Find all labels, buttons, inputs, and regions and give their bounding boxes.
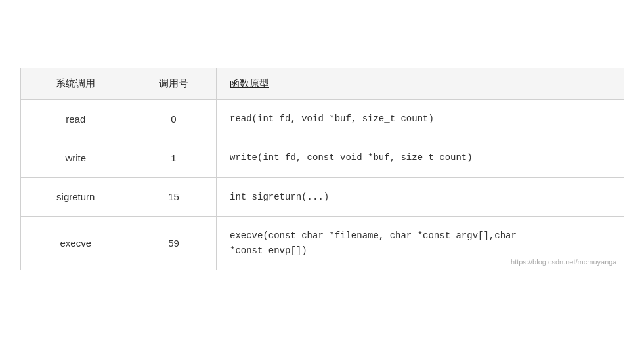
- syscall-table-container: 系统调用 调用号 函数原型 read 0 read(int fd, vo: [20, 68, 624, 270]
- syscall-name-execve: execve: [21, 217, 131, 270]
- table-row: read 0 read(int fd, void *buf, size_t co…: [21, 100, 624, 138]
- syscall-number-write: 1: [131, 138, 217, 177]
- table-row: write 1 write(int fd, const void *buf, s…: [21, 138, 624, 177]
- syscall-prototype-write: write(int fd, const void *buf, size_t co…: [217, 138, 624, 177]
- syscall-number-execve: 59: [131, 217, 217, 270]
- syscall-prototype-read: read(int fd, void *buf, size_t count): [217, 100, 624, 138]
- header-syscall: 系统调用: [21, 68, 131, 100]
- syscall-name-read: read: [21, 100, 131, 138]
- syscall-prototype-sigreturn: int sigreturn(...): [217, 177, 624, 216]
- header-prototype: 函数原型: [217, 68, 624, 100]
- table-header-row: 系统调用 调用号 函数原型: [21, 68, 624, 100]
- header-number: 调用号: [131, 68, 217, 100]
- syscall-number-read: 0: [131, 100, 217, 138]
- syscall-number-sigreturn: 15: [131, 177, 217, 216]
- table-row: sigreturn 15 int sigreturn(...): [21, 177, 624, 216]
- syscall-table: 系统调用 调用号 函数原型 read 0 read(int fd, vo: [21, 68, 624, 270]
- syscall-prototype-execve: execve(const char *filename, char *const…: [217, 217, 624, 270]
- syscall-name-write: write: [21, 138, 131, 177]
- syscall-name-sigreturn: sigreturn: [21, 177, 131, 216]
- table-row: execve 59 execve(const char *filename, c…: [21, 217, 624, 270]
